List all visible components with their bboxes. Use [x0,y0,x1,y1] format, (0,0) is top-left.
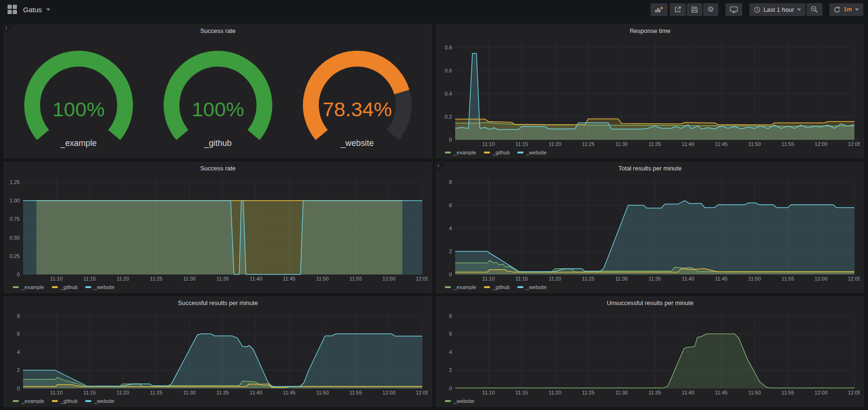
legend-item-_github[interactable]: _github [484,150,510,155]
save-icon [691,6,698,13]
chart-legend: _example_github_website [438,148,860,157]
svg-text:11:15: 11:15 [83,390,96,395]
panel-title[interactable]: Success rate [4,25,432,37]
svg-text:11:10: 11:10 [482,276,495,281]
panel-title[interactable]: Total results per minute [436,162,864,174]
tv-mode-button[interactable] [725,3,742,16]
dashboard-title[interactable]: Gatus [23,6,42,14]
legend-item-_example[interactable]: _example [445,284,476,290]
svg-text:11:10: 11:10 [482,390,495,395]
svg-text:4: 4 [449,349,452,355]
svg-text:11:20: 11:20 [117,276,129,281]
gauge: 100%_github [148,46,288,149]
svg-text:6: 6 [17,331,20,337]
settings-button[interactable]: ⚙ [703,3,718,16]
svg-text:0: 0 [17,272,20,277]
legend-item-_website[interactable]: _website [85,398,114,404]
svg-text:8: 8 [449,313,452,319]
navbar-left: Gatus [5,5,50,14]
svg-text:11:35: 11:35 [649,141,661,147]
svg-text:0.8: 0.8 [445,45,452,50]
share-button[interactable] [670,3,686,16]
panel-title[interactable]: Response time [436,25,864,37]
svg-text:0.75: 0.75 [10,216,20,222]
svg-text:11:35: 11:35 [217,390,229,395]
svg-text:11:45: 11:45 [283,276,296,281]
panel-info-icon[interactable]: i [436,162,447,173]
legend-item-_github[interactable]: _github [52,398,78,404]
svg-text:11:25: 11:25 [582,390,595,395]
panel-title[interactable]: Unsuccessful results per minute [436,297,864,309]
successful-results-chart[interactable]: 0246811:1011:1511:2011:2511:3011:3511:40… [6,309,428,396]
time-range-label: Last 1 hour [764,6,794,13]
svg-text:11:50: 11:50 [748,141,761,147]
share-icon [674,6,682,13]
svg-text:11:10: 11:10 [50,276,63,281]
legend-item-_example[interactable]: _example [13,284,44,290]
legend-item-_website[interactable]: _website [517,284,547,290]
panel-success-rate: Success rate 00.250.500.751.001.2511:101… [4,162,432,293]
legend-item-_example[interactable]: _example [13,398,44,404]
svg-text:12:00: 12:00 [815,390,828,395]
svg-text:12:00: 12:00 [815,276,828,281]
legend-item-_website[interactable]: _website [85,284,114,290]
caret-down-icon [855,8,859,11]
svg-text:11:50: 11:50 [316,276,329,281]
dashboard-grid: i Success rate 100%_example100%_github78… [0,19,868,407]
svg-text:8: 8 [17,313,20,319]
chart-legend: _website [438,396,860,405]
top-navbar: Gatus ⚙ [0,0,868,19]
svg-text:2: 2 [449,367,452,373]
add-panel-icon [655,6,663,13]
svg-text:0.2: 0.2 [445,114,452,120]
svg-text:11:40: 11:40 [682,276,694,281]
grafana-menu-icon[interactable] [8,5,17,14]
svg-text:11:45: 11:45 [283,390,296,395]
panel-title[interactable]: Successful results per minute [4,297,432,309]
legend-item-_github[interactable]: _github [52,284,78,290]
svg-text:11:20: 11:20 [549,276,562,281]
panel-unsuccessful-results: Unsuccessful results per minute 0246811:… [436,297,864,407]
svg-text:11:50: 11:50 [316,390,329,395]
svg-text:0: 0 [449,272,452,277]
gauge-label: _example [60,138,97,148]
svg-text:11:30: 11:30 [183,390,196,395]
gauge: 100%_example [9,46,148,149]
svg-text:11:15: 11:15 [515,141,528,147]
total-results-chart[interactable]: 0246811:1011:1511:2011:2511:3011:3511:40… [438,174,860,282]
svg-text:12:05: 12:05 [848,276,860,281]
time-range-button[interactable]: Last 1 hour [749,3,805,16]
panel-info-icon[interactable]: i [4,25,15,35]
dashboard-title-caret-icon[interactable] [46,8,50,11]
zoom-out-button[interactable] [806,3,822,16]
unsuccessful-results-chart[interactable]: 0246811:1011:1511:2011:2511:3011:3511:40… [438,309,860,396]
svg-text:11:35: 11:35 [649,276,661,281]
legend-item-_website[interactable]: _website [517,150,547,155]
svg-text:11:15: 11:15 [83,276,96,281]
svg-text:11:45: 11:45 [715,276,728,281]
svg-text:1.25: 1.25 [10,179,20,185]
svg-text:0: 0 [17,386,20,391]
svg-text:0.4: 0.4 [445,91,452,96]
success-rate-chart[interactable]: 00.250.500.751.001.2511:1011:1511:2011:2… [6,174,428,282]
response-time-chart[interactable]: 00.20.40.60.811:1011:1511:2011:2511:3011… [438,37,860,148]
save-button[interactable] [687,3,702,16]
refresh-button[interactable]: 1m [829,3,863,16]
panel-successful-results: Successful results per minute 0246811:10… [4,297,432,407]
svg-text:11:45: 11:45 [715,390,728,395]
gauge-row: 100%_example100%_github78.34%_website [4,37,432,158]
svg-text:11:25: 11:25 [150,390,162,395]
legend-item-_example[interactable]: _example [445,150,476,155]
navbar-right: ⚙ Last 1 hour 1m [648,3,863,16]
panel-title[interactable]: Success rate [4,162,432,174]
legend-item-_website[interactable]: _website [445,398,474,404]
svg-text:11:15: 11:15 [515,276,528,281]
svg-text:4: 4 [17,349,20,355]
svg-text:2: 2 [449,249,452,254]
refresh-icon [834,6,841,13]
gauge-value: 100% [192,98,244,121]
add-panel-button[interactable] [651,3,667,16]
legend-item-_github[interactable]: _github [484,284,510,290]
svg-text:11:35: 11:35 [649,390,661,395]
svg-text:11:40: 11:40 [682,141,694,147]
